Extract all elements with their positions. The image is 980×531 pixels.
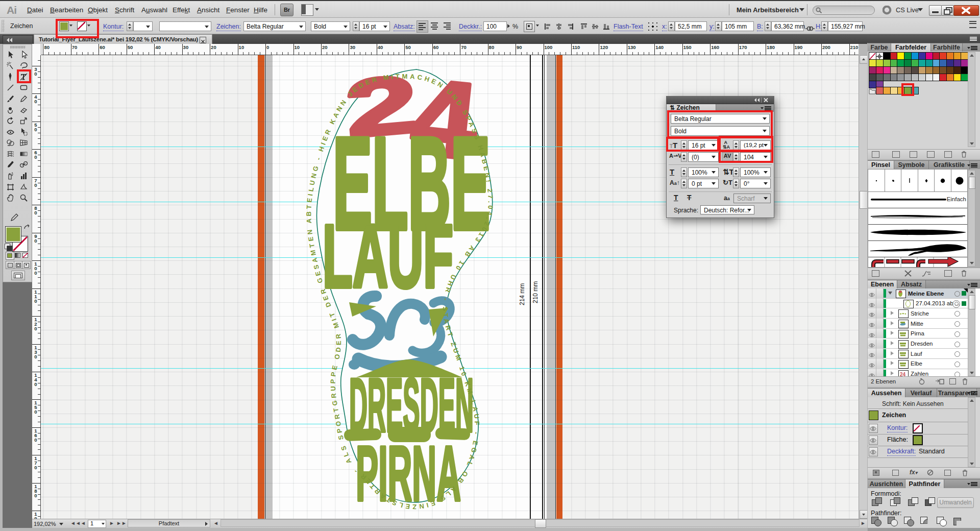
svg-text:LAUF: LAUF [323, 206, 453, 306]
svg-text:24: 24 [900, 372, 906, 376]
